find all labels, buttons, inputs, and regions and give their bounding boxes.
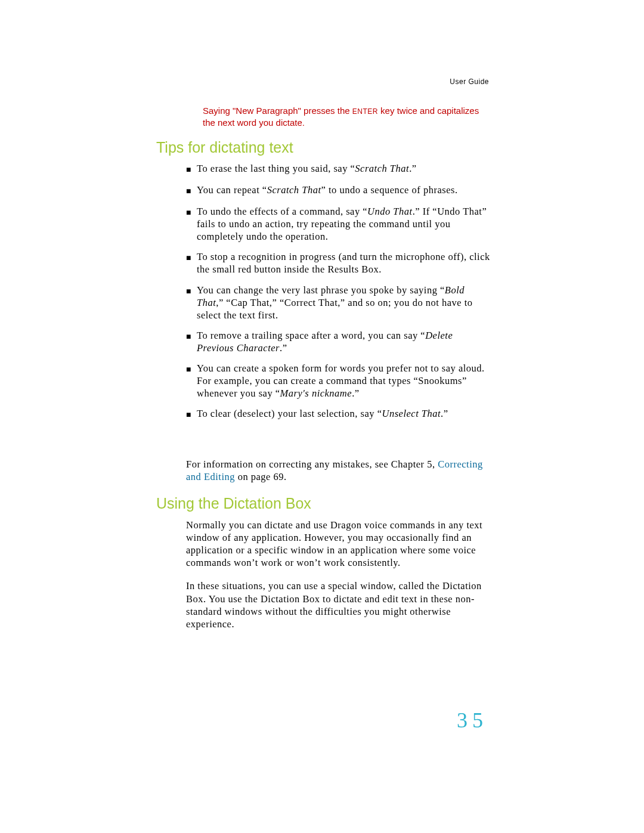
- bullet-text: To stop a recognition in progress (and t…: [197, 251, 490, 275]
- list-item: ■ To undo the effects of a command, say …: [186, 205, 490, 243]
- bullet-text: You can repeat “: [197, 184, 267, 196]
- bullet-emphasis: Unselect That: [382, 408, 441, 419]
- bullet-icon: ■: [186, 329, 197, 354]
- bullet-icon: ■: [186, 184, 197, 197]
- callout-note: Saying "New Paragraph" presses the ENTER…: [203, 105, 489, 129]
- bullet-text: You can change the very last phrase you …: [197, 284, 445, 296]
- list-item: ■ To erase the last thing you said, say …: [186, 162, 490, 176]
- cross-reference: For information on correcting any mistak…: [186, 458, 490, 483]
- bullet-text: To clear (deselect) your last selection,…: [197, 408, 382, 419]
- bullet-text: .”: [280, 342, 287, 354]
- bullet-text: .”: [409, 163, 416, 174]
- bullet-icon: ■: [186, 205, 197, 243]
- bullet-emphasis: Scratch That: [355, 163, 409, 174]
- footnote-text: For information on correcting any mistak…: [186, 459, 438, 470]
- bullet-icon: ■: [186, 162, 197, 176]
- bullet-emphasis: Scratch That: [267, 184, 321, 196]
- dictation-section: Normally you can dictate and use Dragon …: [186, 519, 490, 641]
- running-header: User Guide: [450, 78, 489, 86]
- bullet-icon: ■: [186, 407, 197, 421]
- bullet-text: .”: [352, 388, 359, 399]
- bullet-emphasis: Undo That: [367, 206, 413, 217]
- bullet-text: ,” “Cap That,” “Correct That,” and so on…: [197, 297, 473, 321]
- bullet-text: ” to undo a sequence of phrases.: [321, 184, 457, 196]
- heading-dictation-box: Using the Dictation Box: [156, 495, 311, 512]
- bullet-text: To undo the effects of a command, say “: [197, 206, 367, 217]
- tips-list: ■ To erase the last thing you said, say …: [186, 162, 490, 429]
- note-text-pre: Saying "New Paragraph" presses the: [203, 106, 352, 116]
- bullet-icon: ■: [186, 362, 197, 400]
- bullet-emphasis: Mary's nickname: [280, 388, 352, 399]
- list-item: ■ To remove a trailing space after a wor…: [186, 329, 490, 354]
- list-item: ■ You can change the very last phrase yo…: [186, 284, 490, 321]
- paragraph: In these situations, you can use a speci…: [186, 580, 490, 630]
- paragraph: Normally you can dictate and use Dragon …: [186, 519, 490, 569]
- bullet-icon: ■: [186, 284, 197, 321]
- page-number: 35: [457, 708, 488, 733]
- footnote-text: on page 69.: [235, 471, 287, 482]
- heading-tips: Tips for dictating text: [156, 139, 293, 156]
- list-item: ■ To stop a recognition in progress (and…: [186, 250, 490, 275]
- bullet-text: To erase the last thing you said, say “: [197, 163, 355, 174]
- document-page: User Guide Saying "New Paragraph" presse…: [0, 0, 644, 833]
- bullet-icon: ■: [186, 250, 197, 275]
- bullet-text: .”: [441, 408, 448, 419]
- list-item: ■ You can repeat “Scratch That” to undo …: [186, 184, 490, 197]
- bullet-text: To remove a trailing space after a word,…: [197, 330, 425, 341]
- note-key: ENTER: [352, 107, 378, 116]
- list-item: ■ You can create a spoken form for words…: [186, 362, 490, 400]
- list-item: ■ To clear (deselect) your last selectio…: [186, 407, 490, 421]
